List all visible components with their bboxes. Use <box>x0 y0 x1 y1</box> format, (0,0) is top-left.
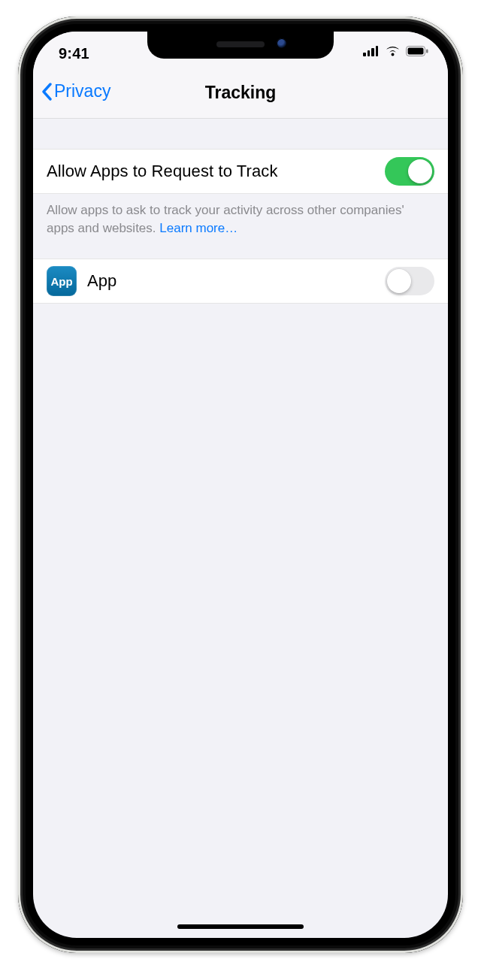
allow-tracking-footer: Allow apps to ask to track your activity… <box>33 194 448 237</box>
device-notch <box>147 32 334 59</box>
cellular-icon <box>363 46 380 56</box>
learn-more-link[interactable]: Learn more… <box>159 221 237 235</box>
app-tracking-toggle[interactable] <box>385 267 434 295</box>
content: Allow Apps to Request to Track Allow app… <box>33 119 448 304</box>
app-row: AppApp <box>33 259 448 304</box>
allow-tracking-toggle[interactable] <box>385 157 434 186</box>
svg-rect-2 <box>426 49 428 53</box>
allow-tracking-row: Allow Apps to Request to Track <box>33 149 448 194</box>
home-indicator <box>177 924 304 929</box>
navigation-bar: Privacy Tracking <box>33 72 448 119</box>
page-title: Tracking <box>33 83 448 103</box>
app-name: App <box>87 271 385 291</box>
app-icon: App <box>47 266 77 296</box>
status-time: 9:41 <box>59 45 89 62</box>
wifi-icon <box>385 45 401 56</box>
battery-icon <box>406 46 428 56</box>
svg-rect-1 <box>408 47 424 54</box>
allow-tracking-label: Allow Apps to Request to Track <box>47 162 385 181</box>
